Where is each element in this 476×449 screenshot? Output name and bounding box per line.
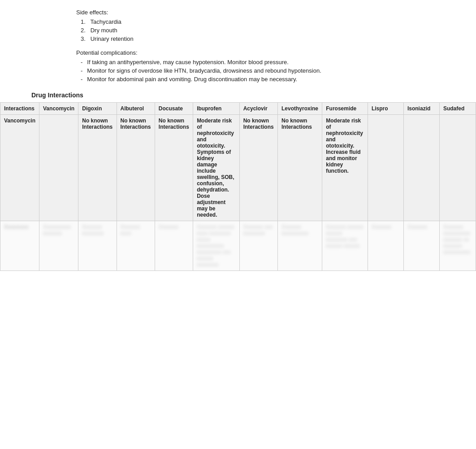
- side-effects-label: Side effects:: [76, 9, 476, 16]
- cell-vancomycin-acyclovir: No known Interactions: [239, 115, 277, 221]
- main-content: Side effects: 1. Tachycardia 2. Dry mout…: [0, 0, 476, 280]
- blurred-text: Xxxxxxx: [159, 224, 178, 230]
- col-header-vancomycin: Vancomycin: [39, 103, 78, 115]
- complication-text: Monitor for signs of overdose like HTN, …: [87, 67, 321, 74]
- cell-vancomycin-albuterol: No known Interactions: [117, 115, 155, 221]
- complications-list: - If taking an antihypertensive, may cau…: [76, 59, 476, 83]
- col-header-ibuprofen: Ibuprofen: [193, 103, 240, 115]
- blurred-text: Xxxxxxx xxxxxx xxxxxx xxxxxxxx xxx xxxxx…: [326, 224, 363, 249]
- col-header-albuterol: Albuterol: [117, 103, 155, 115]
- interactions-table: Interactions Vancomycin Digoxin Albutero…: [0, 102, 476, 271]
- cell-vancomycin-ibuprofen: Moderate risk of nephrotoxicity and otot…: [193, 115, 240, 221]
- blurred-cell-7: Xxxxxxx xxxxxxxxxx: [277, 221, 322, 271]
- blurred-text: Xxxxxxx xxxxxxxx: [82, 224, 104, 236]
- col-header-isoniazid: Isoniazid: [403, 103, 439, 115]
- drug-interactions-section: Drug Interactions Interactions Vancomyci…: [76, 92, 476, 271]
- blurred-text: Xxxxxxx xxxxxx xxxx xxxxxxxx xxxxx xxxxx…: [197, 224, 234, 268]
- side-effects-list: 1. Tachycardia 2. Dry mouth 3. Urinary r…: [76, 18, 476, 42]
- side-effect-item-1: 1. Tachycardia: [81, 18, 476, 25]
- col-header-lispro: Lispro: [368, 103, 403, 115]
- col-header-docusate: Docusate: [155, 103, 193, 115]
- blurred-cell-6: Xxxxxxx xxx xxxxxxxx: [239, 221, 277, 271]
- blurred-text: Xxxxxxx xxxxxxxxxx xxxxxxx xx xxxxxxx xx…: [443, 224, 470, 255]
- col-header-acyclovir: Acyclovir: [239, 103, 277, 115]
- complication-text: Monitor for abdominal pain and vomiting.…: [87, 76, 297, 83]
- blurred-cell-4: Xxxxxxx: [155, 221, 193, 271]
- blurred-text: Xxxxxxx: [372, 224, 391, 230]
- bullet-dash: -: [81, 59, 82, 65]
- item-text: Urinary retention: [91, 35, 134, 42]
- item-text: Dry mouth: [91, 27, 117, 34]
- col-header-sudafed: Sudafed: [439, 103, 476, 115]
- blurred-cell-5: Xxxxxxx xxxxxx xxxx xxxxxxxx xxxxx xxxxx…: [193, 221, 240, 271]
- complication-item-3: - Monitor for abdominal pain and vomitin…: [81, 76, 476, 83]
- blurred-cell-3: Xxxxxxx xxxx: [117, 221, 155, 271]
- side-effects-section: Side effects: 1. Tachycardia 2. Dry mout…: [76, 9, 476, 42]
- blurred-cell-0: Xxxxxxxx: [0, 221, 39, 271]
- cell-vancomycin-lispro: [368, 115, 403, 221]
- item-num: 2.: [81, 27, 91, 34]
- complications-section: Potential complications: - If taking an …: [76, 49, 476, 83]
- item-text: Tachycardia: [90, 18, 121, 25]
- bullet-dash: -: [81, 76, 82, 83]
- item-num: 1.: [81, 18, 90, 25]
- blurred-cell-2: Xxxxxxx xxxxxxxx: [78, 221, 117, 271]
- complication-item-1: - If taking an antihypertensive, may cau…: [81, 59, 476, 65]
- cell-vancomycin-docusate: No known Interactions: [155, 115, 193, 221]
- row-label-vancomycin: Vancomycin: [0, 115, 39, 221]
- interactions-table-wrapper: Interactions Vancomycin Digoxin Albutero…: [0, 102, 476, 271]
- col-header-interactions: Interactions: [0, 103, 39, 115]
- blurred-text: Xxxxxxx xxxx: [121, 224, 140, 236]
- cell-vancomycin-sudafed: [439, 115, 476, 221]
- cell-vancomycin-vancomycin: [39, 115, 78, 221]
- complication-text: If taking an antihypertensive, may cause…: [87, 59, 288, 65]
- bullet-dash: -: [81, 67, 82, 74]
- col-header-furosemide: Furosemide: [322, 103, 368, 115]
- side-effect-item-2: 2. Dry mouth: [81, 27, 476, 34]
- blurred-cell-8: Xxxxxxx xxxxxx xxxxxx xxxxxxxx xxx xxxxx…: [322, 221, 368, 271]
- blurred-text: Xxxxxxx xxxxxxxxxx: [281, 224, 308, 236]
- blurred-cell-11: Xxxxxxx xxxxxxxxxx xxxxxxx xx xxxxxxx xx…: [439, 221, 476, 271]
- blurred-text: Xxxxxxxxxx xxxxxxx: [43, 224, 71, 236]
- side-effect-item-3: 3. Urinary retention: [81, 35, 476, 42]
- blurred-cell-1: Xxxxxxxxxx xxxxxxx: [39, 221, 78, 271]
- col-header-levothyroxine: Levothyroxine: [277, 103, 322, 115]
- cell-vancomycin-digoxin: No known Interactions: [78, 115, 117, 221]
- col-header-digoxin: Digoxin: [78, 103, 117, 115]
- cell-vancomycin-levothyroxine: No known Interactions: [277, 115, 322, 221]
- blurred-text: Xxxxxxxx: [4, 224, 29, 230]
- blurred-text: Xxxxxxx: [407, 224, 427, 230]
- blurred-cell-9: Xxxxxxx: [368, 221, 403, 271]
- cell-vancomycin-isoniazid: [403, 115, 439, 221]
- table-row-blurred: Xxxxxxxx Xxxxxxxxxx xxxxxxx Xxxxxxx xxxx…: [0, 221, 476, 271]
- blurred-text: Xxxxxxx xxx xxxxxxxx: [243, 224, 273, 236]
- drug-interactions-title: Drug Interactions: [31, 92, 476, 99]
- cell-vancomycin-furosemide: Moderate risk of nephrotoxicity and otot…: [322, 115, 368, 221]
- complication-item-2: - Monitor for signs of overdose like HTN…: [81, 67, 476, 74]
- complications-label: Potential complications:: [76, 49, 476, 56]
- blurred-cell-10: Xxxxxxx: [403, 221, 439, 271]
- table-row-vancomycin: Vancomycin No known Interactions No know…: [0, 115, 476, 221]
- item-num: 3.: [81, 35, 91, 42]
- table-header-row: Interactions Vancomycin Digoxin Albutero…: [0, 103, 476, 115]
